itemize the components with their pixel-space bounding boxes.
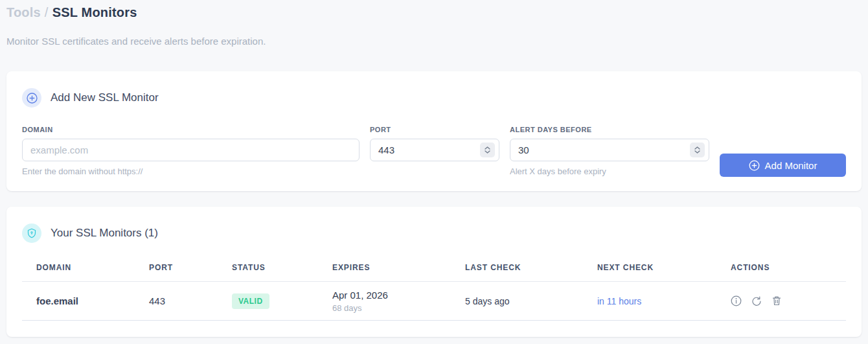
col-header-actions: ACTIONS [731, 263, 846, 272]
alert-days-input[interactable] [510, 139, 709, 161]
last-check: 5 days ago [465, 296, 597, 306]
col-header-last-check: LAST CHECK [465, 263, 597, 272]
expires-days-remaining: 68 days [332, 303, 465, 313]
add-monitor-button-label: Add Monitor [765, 160, 817, 171]
monitors-header: Your SSL Monitors (1) [22, 224, 846, 243]
col-header-port: PORT [149, 263, 232, 272]
add-monitor-button[interactable]: Add Monitor [720, 154, 846, 177]
status-cell: VALID [232, 293, 332, 309]
table-header-row: DOMAIN PORT STATUS EXPIRES LAST CHECK NE… [22, 263, 846, 282]
col-header-status: STATUS [232, 263, 332, 272]
col-header-expires: EXPIRES [332, 263, 465, 272]
status-badge: VALID [232, 293, 269, 309]
table-row: foe.email 443 VALID Apr 01, 2026 68 days… [22, 282, 846, 321]
plus-circle-icon [22, 88, 41, 108]
breadcrumb: Tools/SSL Monitors [6, 5, 862, 20]
add-monitor-header: Add New SSL Monitor [22, 88, 846, 108]
add-monitor-form: DOMAIN Enter the domain without https://… [22, 126, 846, 177]
port-label: PORT [370, 126, 499, 133]
monitors-title: Your SSL Monitors (1) [51, 227, 158, 240]
monitors-card: Your SSL Monitors (1) DOMAIN PORT STATUS… [6, 207, 862, 337]
alert-days-helper-text: Alert X days before expiry [510, 166, 709, 176]
actions-cell [731, 295, 846, 306]
next-check: in 11 hours [597, 296, 731, 306]
port-field-group: PORT [370, 126, 499, 161]
col-header-domain: DOMAIN [36, 263, 149, 272]
plus-circle-icon [749, 160, 760, 171]
page-title: SSL Monitors [52, 5, 137, 19]
trash-icon[interactable] [771, 295, 782, 306]
alert-days-field-group: ALERT DAYS BEFORE Alert X days before ex… [510, 126, 709, 176]
monitors-table: DOMAIN PORT STATUS EXPIRES LAST CHECK NE… [22, 263, 846, 321]
shield-lock-icon [22, 224, 41, 243]
alert-days-label: ALERT DAYS BEFORE [510, 126, 709, 133]
breadcrumb-separator: / [45, 5, 49, 19]
ssl-monitors-page: Tools/SSL Monitors Monitor SSL certifica… [0, 0, 868, 337]
col-header-next-check: NEXT CHECK [597, 263, 731, 272]
alert-days-stepper[interactable] [690, 143, 705, 157]
card-bottom-spacer [22, 321, 846, 337]
domain-input[interactable] [22, 139, 360, 161]
monitor-port: 443 [149, 295, 232, 306]
submit-field-group: Add Monitor [720, 126, 846, 177]
expires-date: Apr 01, 2026 [332, 290, 465, 301]
domain-helper-text: Enter the domain without https:// [22, 166, 360, 176]
add-monitor-card: Add New SSL Monitor DOMAIN Enter the dom… [6, 71, 862, 191]
domain-label: DOMAIN [22, 126, 360, 133]
add-monitor-title: Add New SSL Monitor [51, 91, 159, 104]
page-subtitle: Monitor SSL certificates and receive ale… [6, 36, 862, 47]
expires-cell: Apr 01, 2026 68 days [332, 290, 465, 313]
domain-field-group: DOMAIN Enter the domain without https:// [22, 126, 360, 176]
info-icon[interactable] [731, 295, 742, 306]
monitor-domain: foe.email [36, 295, 149, 306]
breadcrumb-tools-link[interactable]: Tools [6, 5, 41, 19]
refresh-icon[interactable] [751, 296, 762, 306]
port-stepper[interactable] [480, 143, 495, 157]
